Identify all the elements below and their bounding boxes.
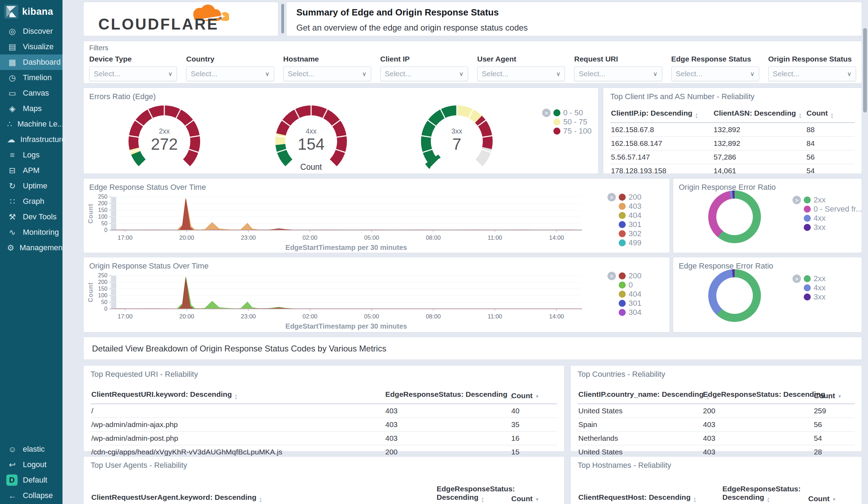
legend-item-0[interactable]: 0 [607,280,642,290]
filter-select-client-ip[interactable]: Select...∨ [380,66,468,81]
timelion-icon: ◷ [7,74,18,82]
column-header-count[interactable]: Count▼ [511,483,557,504]
legend-label: 4xx [814,214,826,223]
sidebar-item-logout[interactable]: ↩Logout [0,457,63,472]
filter-select-edge-response-status[interactable]: Select...∨ [671,66,759,81]
sidebar-item-timelion[interactable]: ◷Timelion [0,70,63,85]
svg-text:100: 100 [98,214,107,220]
panel-title[interactable]: Origin Response Error Ratio [679,183,856,192]
column-header-clientrequesthost-descending[interactable]: ClientRequestHost: Descending▲▼ [578,483,722,504]
column-header-edgeresponsestatus-descending[interactable]: EdgeResponseStatus: Descending▲▼ [722,483,808,504]
legend-item-302[interactable]: 302 [607,229,642,238]
default-space-badge: D [6,474,18,486]
edge-error-ratio-donut[interactable] [708,269,761,322]
sidebar-item-discover[interactable]: ◎Discover [0,24,63,39]
legend-item-2xx[interactable]: >2xx [793,195,862,205]
panel-title[interactable]: Top Hostnames - Reliability [578,461,855,470]
column-header-clientasn-descending[interactable]: ClientASN: Descending▲▼ [713,107,805,123]
table-row: Spain40356 [578,418,855,432]
legend-color-dot [553,128,560,135]
column-header-edgeresponsestatus-descending[interactable]: EdgeResponseStatus: Descending▲▼ [436,483,511,504]
filter-select-origin-response-status[interactable]: Select...∨ [768,66,856,81]
sidebar-item-graph[interactable]: ∷Graph [0,194,63,209]
filter-label: Edge Response Status [671,55,759,63]
panel-title[interactable]: Top Client IPs and AS Number - Reliabili… [610,92,855,101]
legend-item-403[interactable]: 403 [607,202,642,211]
legend-item-404[interactable]: 404 [607,211,642,220]
column-header-clientrequesturi-keyword-descending[interactable]: ClientRequestURI.keyword: Descending▲▼ [91,388,384,404]
sidebar-item-canvas[interactable]: ▭Canvas [0,85,63,101]
column-header-clientip-country-name-descending[interactable]: ClientIP.country_name: Descending▲▼ [578,388,702,404]
sidebar-item-logs[interactable]: ≡Logs [0,147,63,163]
sidebar-item-monitoring[interactable]: ∿Monitoring [0,225,63,240]
panel-title[interactable]: Top Countries - Reliability [578,370,855,379]
legend-item-50-75[interactable]: 50 - 75 [542,117,592,127]
column-header-edgeresponsestatus-descending[interactable]: EdgeResponseStatus: Descending▲▼ [702,388,813,404]
sidebar-item-infrastructure[interactable]: ☁Infrastructure [0,132,63,147]
panel-title[interactable]: Top User Agents - Reliability [91,461,557,470]
legend-item-75-100[interactable]: 75 - 100 [542,127,592,136]
svg-text:50: 50 [101,299,107,305]
filter-label: Origin Response Status [768,55,856,63]
column-header-count[interactable]: Count▲▼ [806,107,855,123]
sidebar-item-collapse[interactable]: ←Collapse [0,488,63,503]
filter-select-user-agent[interactable]: Select...∨ [477,66,565,81]
legend-item-200[interactable]: >200 [607,271,642,280]
sidebar-item-apm[interactable]: ⊟APM [0,163,63,178]
kibana-home-link[interactable]: kibana [0,0,63,22]
panel-title[interactable]: Edge Response Error Ratio [679,261,856,271]
monitoring-icon: ∿ [7,228,18,237]
legend-expand-icon[interactable]: > [793,274,801,283]
legend-item-301[interactable]: 301 [607,299,642,308]
legend-label: 2xx [814,274,826,283]
legend-item-4xx[interactable]: 4xx [793,214,862,223]
legend-item-4xx[interactable]: 4xx [793,283,826,292]
panel-title[interactable]: Top Requested URI - Reliability [91,370,557,379]
legend-item-200[interactable]: >200 [607,193,642,202]
legend-item-404[interactable]: 404 [607,290,642,299]
sidebar-item-uptime[interactable]: ↻Uptime [0,178,63,194]
legend-item-0-50[interactable]: >0 - 50 [542,108,592,117]
svg-text:154: 154 [298,135,325,153]
legend-item-3xx[interactable]: 3xx [793,223,862,232]
uptime-icon: ↻ [7,182,18,190]
column-header-clientrequestuseragent-keyword-descending[interactable]: ClientRequestUserAgent.keyword: Descendi… [91,483,436,504]
column-header-edgeresponsestatus-descending[interactable]: EdgeResponseStatus: Descending▲▼ [384,388,511,404]
sidebar-item-visualize[interactable]: ▤Visualize [0,39,63,54]
legend-expand-icon[interactable]: > [607,272,616,280]
svg-text:EdgeStartTimestamp per 30 minu: EdgeStartTimestamp per 30 minutes [285,244,407,251]
sidebar-item-maps[interactable]: ◈Maps [0,101,63,116]
column-header-count[interactable]: Count▼ [511,388,557,404]
svg-text:11:00: 11:00 [488,313,502,320]
filter-select-country[interactable]: Select...∨ [186,66,274,81]
sidebar-item-dashboard[interactable]: ▦Dashboard [0,54,63,70]
sidebar-item-dev-tools[interactable]: ⚒Dev Tools [0,209,63,225]
sidebar-item-label: APM [23,166,40,175]
legend-expand-icon[interactable]: > [607,193,616,201]
filter-select-device-type[interactable]: Select...∨ [89,66,177,81]
legend-item-3xx[interactable]: 3xx [793,292,826,302]
origin-ratio-legend: >2xx0 - Served fr...4xx3xx [793,195,862,232]
legend-item-0-served-fr[interactable]: 0 - Served fr... [793,205,862,214]
sidebar-item-machine-le[interactable]: ∴Machine Le... [0,116,63,132]
filter-select-hostname[interactable]: Select...∨ [283,66,371,81]
svg-text:11:00: 11:00 [488,234,502,241]
legend-expand-icon[interactable]: > [542,109,551,117]
legend-item-301[interactable]: 301 [607,220,642,229]
origin-error-ratio-donut[interactable] [708,190,761,243]
sidebar-item-elastic[interactable]: ☺elastic [0,441,63,457]
page-scrollbar-thumb[interactable] [863,28,867,112]
column-header-count[interactable]: Count▼ [808,483,855,504]
legend-color-dot [553,118,560,125]
sidebar-item-default[interactable]: DDefault [0,472,63,488]
column-header-clientip-ip-descending[interactable]: ClientIP.ip: Descending▲▼ [610,107,713,123]
legend-item-304[interactable]: 304 [607,308,642,317]
sidebar-item-management[interactable]: ⚙Management [0,240,63,256]
series-area-403 [111,198,581,230]
legend-expand-icon[interactable]: > [793,196,801,204]
legend-item-499[interactable]: 499 [607,238,642,247]
legend-item-2xx[interactable]: >2xx [793,274,826,283]
markdown-panel-scrollbar[interactable] [281,4,284,33]
filter-select-request-uri[interactable]: Select...∨ [574,66,662,81]
svg-text:150: 150 [98,207,107,213]
